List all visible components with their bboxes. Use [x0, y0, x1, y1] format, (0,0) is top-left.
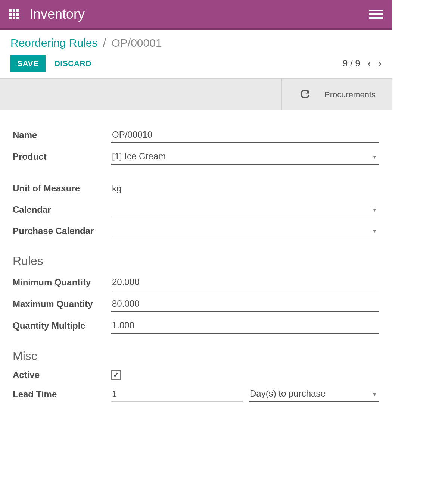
breadcrumb-separator: / [101, 37, 108, 49]
label-max-qty: Maximum Quantity [13, 299, 111, 309]
breadcrumb: Reordering Rules / OP/00001 [10, 37, 382, 49]
label-purchase-calendar: Purchase Calendar [13, 226, 111, 236]
name-input[interactable] [111, 127, 379, 143]
procurements-button[interactable]: Procurements [281, 79, 392, 110]
label-calendar: Calendar [13, 204, 111, 215]
breadcrumb-current: OP/00001 [111, 37, 162, 49]
breadcrumb-parent[interactable]: Reordering Rules [10, 37, 97, 49]
save-button[interactable]: SAVE [10, 55, 46, 72]
product-select[interactable] [111, 149, 379, 165]
menu-icon[interactable] [369, 10, 383, 19]
purchase-calendar-select[interactable] [111, 223, 379, 238]
pager-prev-icon[interactable]: ‹ [368, 58, 371, 69]
lead-time-input[interactable] [111, 387, 243, 402]
min-qty-input[interactable] [111, 275, 379, 290]
active-checkbox[interactable] [111, 370, 121, 380]
label-active: Active [13, 370, 111, 380]
discard-button[interactable]: DISCARD [55, 59, 91, 68]
label-name: Name [13, 130, 111, 140]
statbar: Procurements [0, 79, 392, 111]
label-lead-time: Lead Time [13, 389, 111, 400]
label-uom: Unit of Measure [13, 183, 111, 194]
apps-icon[interactable] [9, 9, 19, 19]
section-rules: Rules [13, 254, 379, 268]
section-misc: Misc [13, 349, 379, 363]
label-qty-multiple: Quantity Multiple [13, 320, 111, 331]
max-qty-input[interactable] [111, 296, 379, 312]
refresh-icon [298, 87, 312, 102]
control-panel: Reordering Rules / OP/00001 SAVE DISCARD… [0, 30, 392, 79]
label-product: Product [13, 151, 111, 162]
qty-multiple-input[interactable] [111, 318, 379, 334]
pager-next-icon[interactable]: › [378, 58, 382, 69]
uom-value: kg [111, 181, 122, 196]
procurements-label: Procurements [324, 90, 376, 100]
navbar: Inventory [0, 0, 392, 30]
app-title[interactable]: Inventory [29, 6, 85, 22]
lead-time-unit-select[interactable] [249, 386, 379, 402]
label-min-qty: Minimum Quantity [13, 277, 111, 288]
calendar-select[interactable] [111, 202, 379, 217]
pager-counter: 9 / 9 [343, 58, 360, 69]
form-sheet: Name Product ▼ Unit of Measure kg Calend… [0, 111, 392, 425]
